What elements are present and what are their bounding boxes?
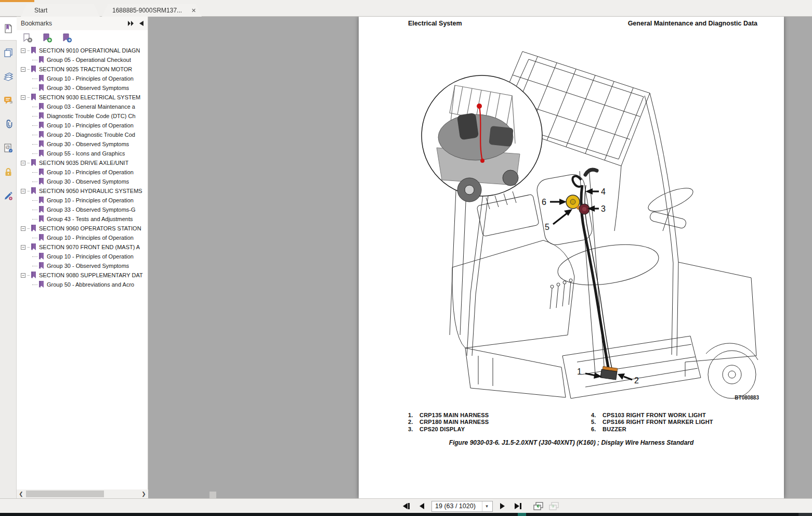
bookmark-tree-item[interactable]: Group 10 - Principles of Operation <box>17 167 148 177</box>
bookmark-label: Group 50 - Abbreviations and Acro <box>47 281 134 288</box>
collapse-box-icon[interactable]: − <box>21 189 25 194</box>
pages-panel-button[interactable] <box>0 41 17 64</box>
bookmark-ribbon-icon <box>38 206 44 213</box>
lock-icon <box>4 167 13 177</box>
bookmark-label: SECTION 9010 OPERATIONAL DIAGN <box>39 47 140 54</box>
collapse-panel-icon[interactable] <box>139 21 143 26</box>
bookmark-tree-item[interactable]: Group 10 - Principles of Operation <box>17 252 148 261</box>
bookmark-ribbon-icon <box>38 215 44 223</box>
bookmark-tree-item[interactable]: − SECTION 9070 FRONT END (MAST) A <box>17 242 148 252</box>
tab-start[interactable]: Start <box>21 4 100 17</box>
taskbar-edge <box>0 513 812 516</box>
bookmark-tree-item[interactable]: − SECTION 9060 OPERATORS STATION <box>17 224 148 233</box>
bookmarks-horizontal-scrollbar[interactable]: ❮ ❯ <box>17 489 148 498</box>
legend-item: CRP180 MAIN HARNESS <box>420 419 489 425</box>
bookmark-tree-item[interactable]: Group 30 - Observed Symptoms <box>17 261 148 270</box>
collapse-box-icon[interactable]: − <box>21 226 25 231</box>
previous-view-button[interactable] <box>532 500 544 512</box>
bookmark-tree-item[interactable]: − SECTION 9050 HYDRAULIC SYSTEMS <box>17 186 148 196</box>
bookmark-ribbon-icon <box>31 243 36 251</box>
main-harness-connector <box>600 366 618 380</box>
scrollbar-thumb[interactable] <box>26 491 104 497</box>
tree-guide-line <box>28 69 30 70</box>
next-view-button[interactable] <box>548 500 559 512</box>
tab-document[interactable]: 1688885-9000SRM137... ✕ <box>102 4 202 17</box>
bookmark-tree-item[interactable]: Group 30 - Observed Symptoms <box>17 83 148 93</box>
bookmark-ribbon-icon <box>38 122 44 129</box>
next-page-button[interactable] <box>497 500 508 512</box>
attachments-panel-button[interactable] <box>0 112 17 136</box>
scroll-right-icon[interactable]: ❯ <box>139 489 148 498</box>
collapse-box-icon[interactable]: − <box>21 161 25 165</box>
collapse-box-icon[interactable]: − <box>21 95 25 100</box>
page-number-combobox[interactable]: ▾ <box>431 501 493 512</box>
bookmark-ribbon-icon <box>38 197 44 204</box>
add-bookmark-icon[interactable] <box>43 33 53 43</box>
destinations-icon: @ <box>4 144 13 153</box>
bookmark-label: Group 30 - Observed Symptoms <box>47 85 129 91</box>
layers-panel-button[interactable] <box>0 64 17 88</box>
bookmark-tree-item[interactable]: Group 43 - Tests and Adjustments <box>17 214 148 224</box>
bookmark-tree-item[interactable]: Group 10 - Principles of Operation <box>17 196 148 205</box>
bookmark-tree-item[interactable]: Group 30 - Observed Symptoms <box>17 177 148 186</box>
chevron-down-icon[interactable]: ▾ <box>482 501 491 511</box>
bookmark-tree-item[interactable]: − SECTION 9010 OPERATIONAL DIAGN <box>17 46 148 55</box>
first-page-button[interactable] <box>400 500 412 512</box>
bookmark-ribbon-icon <box>38 178 44 185</box>
bookmarks-toolbar <box>17 30 148 46</box>
tab-close-icon[interactable]: ✕ <box>189 6 198 15</box>
collapse-box-icon[interactable]: − <box>21 67 25 72</box>
tree-guide-line <box>28 163 30 163</box>
destinations-panel-button[interactable]: @ <box>0 136 17 160</box>
document-view[interactable]: Electrical System General Maintenance an… <box>149 17 812 498</box>
bookmark-tree-item[interactable]: − SECTION 9030 ELECTRICAL SYSTEM <box>17 93 148 102</box>
forklift-wire-harness-figure: 4 6 3 5 1 2 BT080883 <box>359 44 784 411</box>
tree-guide-line <box>32 116 37 117</box>
bookmark-ribbon-icon <box>38 150 44 157</box>
signatures-panel-button[interactable] <box>0 184 17 208</box>
last-page-button[interactable] <box>513 500 524 512</box>
bookmark-tree-item[interactable]: Group 50 - Abbreviations and Acro <box>17 280 148 289</box>
pages-icon <box>4 48 13 57</box>
collapse-box-icon[interactable]: − <box>21 48 25 53</box>
bookmark-tree-item[interactable]: Group 03 - General Maintenance a <box>17 102 148 111</box>
page-number-input[interactable] <box>432 501 482 511</box>
tree-guide-line <box>28 191 30 191</box>
navigation-rail: @ <box>0 17 17 498</box>
tree-guide-line <box>28 50 30 51</box>
bookmark-tree-item[interactable]: − SECTION 9080 SUPPLEMENTARY DAT <box>17 270 148 280</box>
collapse-box-icon[interactable]: − <box>21 245 25 250</box>
bookmark-tree-item[interactable]: Group 55 - Icons and Graphics <box>17 149 148 158</box>
tree-guide-line <box>28 228 30 229</box>
bookmark-tree-item[interactable]: Group 10 - Principles of Operation <box>17 121 148 130</box>
tree-guide-line <box>32 88 37 88</box>
tree-guide-line <box>32 219 37 220</box>
bookmarks-panel: Bookmarks <box>17 17 148 498</box>
bookmarks-panel-button[interactable] <box>0 17 17 41</box>
bookmark-tree-item[interactable]: Group 10 - Principles of Operation <box>17 233 148 242</box>
legend-item: CPS20 DISPLAY <box>420 426 465 432</box>
signature-icon <box>3 191 14 201</box>
bookmark-tree-item[interactable]: Group 30 - Observed Symptoms <box>17 139 148 149</box>
tree-guide-line <box>32 79 37 79</box>
bookmark-tree-item[interactable]: Group 10 - Principles of Operation <box>17 74 148 83</box>
goto-bookmark-icon[interactable] <box>62 33 73 43</box>
collapse-box-icon[interactable]: − <box>21 273 25 278</box>
bookmark-tree-item[interactable]: − SECTION 9035 DRIVE AXLE/UNIT <box>17 158 148 167</box>
bookmark-label: SECTION 9070 FRONT END (MAST) A <box>39 244 140 250</box>
bookmark-tree-item[interactable]: − SECTION 9025 TRACTION MOTOR <box>17 64 148 74</box>
scroll-left-icon[interactable]: ❮ <box>17 489 25 498</box>
previous-page-button[interactable] <box>416 500 427 512</box>
bookmark-label: SECTION 9050 HYDRAULIC SYSTEMS <box>39 188 142 194</box>
security-panel-button[interactable] <box>0 160 17 184</box>
expand-options-icon[interactable] <box>127 21 134 26</box>
bookmark-tree-item[interactable]: Group 33 - Observed Symptoms-G <box>17 205 148 214</box>
callout-1: 1 <box>577 367 582 376</box>
bookmark-label: Group 03 - General Maintenance a <box>47 104 135 110</box>
bookmark-tree-item[interactable]: Group 05 - Operational Checkout <box>17 55 148 64</box>
delete-bookmark-icon[interactable] <box>23 33 33 43</box>
bookmark-tree-item[interactable]: Group 20 - Diagnostic Trouble Cod <box>17 130 148 139</box>
bookmark-tree-item[interactable]: Diagnostic Trouble Code (DTC) Ch <box>17 111 148 121</box>
bookmark-ribbon-icon <box>38 281 44 288</box>
comments-panel-button[interactable] <box>0 88 17 112</box>
